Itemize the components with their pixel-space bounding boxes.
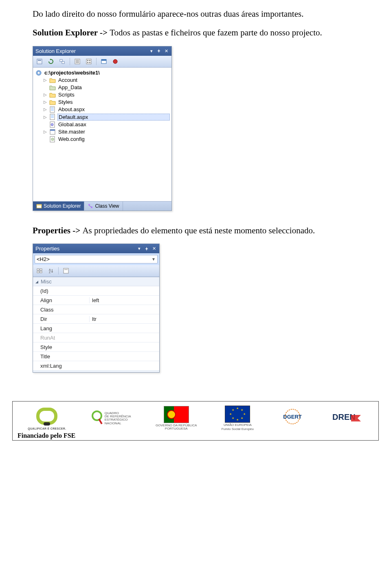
property-row-id[interactable]: (Id) — [33, 286, 159, 296]
property-row-align[interactable]: Alignleft — [33, 296, 159, 305]
collapse-icon[interactable]: ◢ — [35, 280, 38, 284]
dropdown-icon[interactable]: ▾ — [136, 246, 142, 252]
view-code-icon[interactable] — [99, 57, 109, 66]
property-value[interactable]: ltr — [89, 316, 159, 322]
tree-item-sitemaster[interactable]: ▷ Site.master — [34, 128, 171, 136]
svg-rect-38 — [37, 269, 39, 270]
expander-icon[interactable]: ▷ — [43, 100, 48, 104]
expander-icon[interactable]: ▷ — [43, 107, 48, 112]
categorized-icon[interactable] — [35, 266, 44, 275]
alphabetical-icon[interactable]: AZ — [46, 266, 56, 275]
portugal-flag-icon — [164, 406, 189, 423]
footer-logos: QUALIFICAR É CRESCER. QUADRO DE REFERÊNC… — [18, 406, 373, 431]
tab-class-view[interactable]: Class View — [84, 202, 123, 211]
svg-rect-29 — [50, 129, 55, 131]
paragraph-2-bold: Solution Explorer -> — [33, 28, 110, 37]
close-icon[interactable]: ✕ — [151, 246, 157, 252]
property-row-xmllang[interactable]: xml:Lang — [33, 361, 159, 371]
svg-rect-45 — [64, 269, 68, 270]
tree-item-webconfig[interactable]: Web.config — [34, 136, 171, 143]
close-icon[interactable]: ✕ — [163, 48, 169, 54]
paragraph-2-rest: Todos as pastas e ficheiros que fazem pa… — [110, 28, 322, 37]
svg-rect-7 — [76, 62, 79, 63]
paragraph-1: Do lado direito do nosso formulário apar… — [33, 8, 367, 20]
ue-text-1: UNIÃO EUROPEIA — [224, 423, 252, 427]
svg-rect-6 — [76, 61, 79, 62]
tree-item-label: Styles — [57, 99, 170, 105]
tree-item-account[interactable]: ▷ Account — [34, 77, 171, 84]
folder-icon — [49, 92, 56, 98]
show-all-icon[interactable] — [84, 57, 94, 66]
solution-tab-icon — [36, 203, 42, 209]
properties-titlebar: Properties ▾ ✕ — [33, 244, 159, 253]
tree-item-default[interactable]: ▷ Default.aspx — [34, 113, 171, 121]
toolbar-btn-1[interactable] — [35, 57, 44, 66]
tab-label: Solution Explorer — [44, 203, 81, 209]
property-name: Title — [33, 353, 89, 360]
tab-label: Class View — [95, 203, 119, 209]
svg-rect-5 — [76, 60, 79, 61]
toolbar-separator-2 — [96, 58, 97, 65]
property-pages-icon[interactable] — [61, 266, 71, 275]
property-row-dir[interactable]: Dirltr — [33, 314, 159, 324]
svg-rect-14 — [101, 59, 106, 61]
expander-icon[interactable]: ▷ — [43, 92, 48, 97]
config-icon — [49, 136, 56, 143]
svg-point-48 — [92, 411, 101, 420]
tree-item-styles[interactable]: ▷ Styles — [34, 99, 171, 106]
svg-point-32 — [52, 139, 53, 140]
svg-rect-11 — [87, 62, 88, 63]
property-name: xml:Lang — [33, 363, 89, 369]
svg-rect-21 — [51, 110, 54, 111]
property-name: Class — [33, 307, 89, 313]
svg-rect-39 — [37, 271, 39, 273]
svg-rect-2 — [60, 59, 62, 61]
tree-item-label: Global.asax — [57, 121, 170, 127]
svg-rect-46 — [38, 409, 56, 423]
asax-icon — [49, 121, 56, 128]
logo-dgert: DGERT — [278, 408, 307, 428]
property-row-lang[interactable]: Lang — [33, 324, 159, 333]
nest-icon[interactable] — [57, 57, 67, 66]
tree-item-global[interactable]: Global.asax — [34, 121, 171, 128]
tree-item-label: Account — [57, 77, 170, 83]
properties-grid-footer — [33, 371, 159, 372]
dropdown-icon[interactable]: ▾ — [149, 48, 154, 54]
expander-icon[interactable]: ▷ — [43, 129, 48, 134]
property-row-runat[interactable]: RunAt — [33, 333, 159, 342]
expander-icon[interactable]: ▷ — [43, 78, 48, 82]
tree-item-about[interactable]: ▷ About.aspx — [34, 106, 171, 113]
properties-group-header[interactable]: ◢ Misc — [33, 277, 159, 286]
property-row-style[interactable]: Style — [33, 342, 159, 352]
property-value[interactable]: left — [89, 297, 159, 303]
property-name: RunAt — [33, 335, 89, 341]
expander-icon[interactable]: ▷ — [43, 115, 48, 119]
tree-item-scripts[interactable]: ▷ Scripts — [34, 91, 171, 99]
tree-root[interactable]: c:\projectos\website1\ — [34, 69, 171, 77]
tree-item-label-selected: Default.aspx — [57, 114, 170, 121]
view-designer-icon[interactable] — [110, 57, 120, 66]
svg-point-15 — [113, 59, 117, 64]
svg-rect-10 — [89, 60, 90, 61]
pin-icon[interactable] — [156, 48, 162, 54]
tab-solution-explorer[interactable]: Solution Explorer — [33, 202, 84, 211]
folder-icon — [49, 77, 56, 83]
properties-icon[interactable] — [72, 57, 82, 66]
chevron-down-icon[interactable]: ▼ — [152, 257, 156, 261]
properties-panel: Properties ▾ ✕ <H2> ▼ AZ ◢ Misc (Id) Ali… — [33, 244, 160, 373]
svg-rect-12 — [89, 62, 90, 63]
pin-icon[interactable] — [144, 246, 149, 252]
properties-element-selector[interactable]: <H2> ▼ — [35, 255, 158, 263]
svg-rect-8 — [86, 59, 91, 64]
property-row-class[interactable]: Class — [33, 305, 159, 314]
property-row-title[interactable]: Title — [33, 352, 159, 361]
logo-gov-pt: GOVERNO DA REPÚBLICA PORTUGUESA — [156, 406, 197, 431]
svg-rect-47 — [44, 422, 50, 426]
svg-rect-44 — [64, 268, 68, 273]
refresh-icon[interactable] — [46, 57, 56, 66]
svg-rect-41 — [40, 271, 42, 273]
eu-flag-icon: ★ ★ ★ ★ ★ ★ ★ ★ — [225, 406, 250, 423]
tree-item-appdata[interactable]: App_Data — [34, 84, 171, 91]
svg-rect-0 — [37, 59, 42, 64]
property-name: Align — [33, 297, 89, 303]
